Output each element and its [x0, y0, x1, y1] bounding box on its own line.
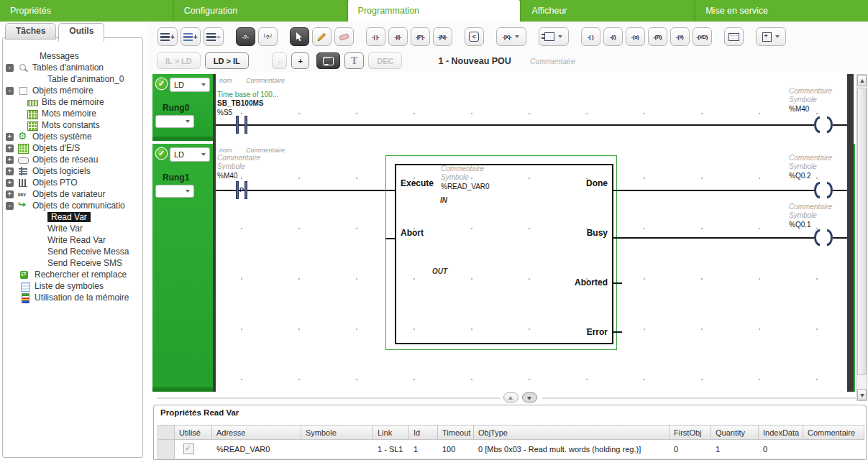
tree-expander-icon[interactable]: -: [6, 202, 14, 210]
row-selector-cell[interactable]: [157, 440, 175, 459]
rung1-header-block[interactable]: LD Rung1: [152, 144, 213, 392]
coil-button[interactable]: -( ): [581, 27, 600, 46]
splitter-collapse-down-button[interactable]: [522, 392, 537, 402]
rung1-extra-select[interactable]: [155, 185, 194, 198]
operation-block-d-button[interactable]: -(#D): [693, 27, 712, 46]
zoom-in-button[interactable]: +: [291, 52, 309, 69]
question-branch-button[interactable]: └?┘: [258, 27, 278, 46]
comparison-block-button[interactable]: <: [465, 27, 484, 46]
scroll-down-button[interactable]: [857, 389, 867, 400]
splitter-collapse-up-button[interactable]: [503, 392, 518, 402]
rung0-extra-select[interactable]: [155, 115, 194, 128]
rung1-coil-q01[interactable]: [814, 229, 833, 246]
cell-indexdata[interactable]: 0: [759, 440, 803, 459]
cell-commentaire[interactable]: [803, 440, 864, 459]
tree-item[interactable]: Send Receive SMS: [4, 257, 142, 269]
ld-to-il-label: LD > IL: [214, 57, 240, 65]
rung1-language-select[interactable]: LD: [170, 147, 210, 162]
sidebar-tab[interactable]: Tâches: [5, 23, 56, 40]
tree-item[interactable]: Send Receive Messa: [4, 246, 142, 257]
rung1-coil-q02[interactable]: [814, 182, 833, 198]
tree-item[interactable]: - Tables d'animation: [4, 62, 142, 73]
tree-item[interactable]: Read Var: [4, 211, 142, 223]
question-contact-button[interactable]: -?-: [236, 27, 255, 46]
cell-quantity[interactable]: 1: [711, 440, 759, 459]
xor-contact-dropdown-button[interactable]: -|X|-: [496, 27, 526, 46]
used-checkbox[interactable]: [183, 443, 194, 454]
tree-expander-icon[interactable]: +: [6, 156, 14, 164]
contact-button[interactable]: -| |-: [366, 27, 385, 46]
function-block-dropdown-button[interactable]: [539, 27, 569, 46]
cell-timeout[interactable]: 100: [438, 440, 474, 459]
tree-expander-icon[interactable]: +: [6, 144, 14, 152]
tree-item[interactable]: + Objets système: [4, 131, 142, 142]
pencil-tool-button[interactable]: [312, 27, 332, 46]
tree-item[interactable]: Write Var: [4, 223, 142, 234]
tree-expander-icon[interactable]: +: [6, 167, 14, 175]
pencil-icon: [316, 32, 327, 42]
tree-item[interactable]: - Objets mémoire: [4, 85, 142, 96]
tree-expander-icon[interactable]: +: [6, 179, 14, 187]
eraser-tool-button[interactable]: [334, 27, 354, 46]
scroll-up-button[interactable]: [857, 75, 867, 86]
rung0-coil[interactable]: [814, 116, 833, 133]
rung0-grid[interactable]: [213, 74, 847, 141]
rising-edge-contact-button[interactable]: -|P|-: [411, 27, 430, 46]
main-tab[interactable]: Configuration: [173, 0, 347, 22]
main-tab[interactable]: Programmation: [347, 0, 521, 22]
table-row[interactable]: %READ_VAR0 1 - SL1 1 100 0 [Mbs 0x03 - R…: [157, 440, 864, 459]
tree-item[interactable]: Bits de mémoire: [4, 96, 142, 108]
select-tool-button[interactable]: [290, 27, 309, 46]
zoom-out-button[interactable]: -: [272, 52, 288, 69]
negated-coil-button[interactable]: -(/): [603, 27, 623, 46]
il-to-ld-button[interactable]: IL > LD: [157, 52, 201, 69]
tree-item[interactable]: + Objets de réseau: [4, 154, 142, 165]
sidebar-tab[interactable]: Outils: [58, 23, 104, 42]
tree-item[interactable]: - Objets de communicatio: [4, 200, 142, 211]
insert-rung-button[interactable]: +: [181, 27, 201, 46]
cell-objtype[interactable]: 0 [Mbs 0x03 - Read mult. words (holding …: [474, 440, 670, 459]
scrollbar-thumb[interactable]: [857, 88, 867, 375]
tree-item[interactable]: Write Read Var: [4, 234, 142, 246]
cell-firstobj[interactable]: 0: [670, 440, 711, 459]
falling-edge-contact-button[interactable]: -|N|-: [433, 27, 452, 46]
tree-expander-icon[interactable]: -: [6, 64, 14, 72]
rung0-language-select[interactable]: LD: [170, 78, 210, 92]
comment-element-button[interactable]: [724, 27, 744, 46]
toggle-symbols-button[interactable]: T: [344, 52, 364, 69]
cell-link[interactable]: 1 - SL1: [373, 440, 409, 459]
ld-to-il-button[interactable]: LD > IL: [205, 52, 249, 69]
read-var-block[interactable]: [395, 164, 613, 344]
tree-item[interactable]: Mots mémoire: [4, 108, 142, 119]
tree-item[interactable]: Liste de symboles: [4, 280, 142, 292]
tree-expander-icon[interactable]: +: [6, 133, 14, 141]
main-tab[interactable]: Propriétés: [0, 0, 173, 22]
ladder-vertical-scrollbar[interactable]: [856, 74, 867, 401]
operation-block-button[interactable]: -(#): [670, 27, 690, 46]
cell-id[interactable]: 1: [409, 440, 438, 459]
tree-item[interactable]: Table d'animation_0: [4, 73, 142, 85]
tree-item[interactable]: Messages: [4, 50, 142, 62]
main-tab[interactable]: Afficheur: [520, 0, 694, 22]
rung0-contact[interactable]: [235, 116, 248, 134]
cell-symbole[interactable]: [301, 440, 373, 459]
delete-rung-button[interactable]: −: [204, 27, 224, 46]
tree-item[interactable]: + Objets d'E/S: [4, 142, 142, 154]
rung1-rising-edge-contact[interactable]: P: [235, 181, 248, 200]
tree-expander-icon[interactable]: -: [6, 87, 14, 95]
dec-button[interactable]: DEC: [368, 52, 402, 69]
main-tab[interactable]: Mise en service: [694, 0, 868, 22]
negated-contact-button[interactable]: -|/|-: [388, 27, 408, 46]
reset-coil-button[interactable]: -(R): [648, 27, 667, 46]
tree-expander-icon[interactable]: +: [6, 190, 14, 198]
tree-item[interactable]: + Objets logiciels: [4, 165, 142, 177]
rung0-header-block[interactable]: LD Rung0: [152, 74, 213, 141]
tree-item[interactable]: + Objets PTO: [4, 177, 142, 188]
tree-item[interactable]: Utilisation de la mémoire: [4, 292, 142, 303]
pou-comment-placeholder[interactable]: Commentaire: [530, 57, 575, 65]
set-coil-button[interactable]: -(s): [626, 27, 645, 46]
add-rung-button[interactable]: +: [157, 27, 178, 46]
tree-item[interactable]: Rechercher et remplace: [4, 269, 142, 280]
grid-dropdown-button[interactable]: [756, 27, 786, 46]
toggle-comments-button[interactable]: [316, 52, 340, 69]
